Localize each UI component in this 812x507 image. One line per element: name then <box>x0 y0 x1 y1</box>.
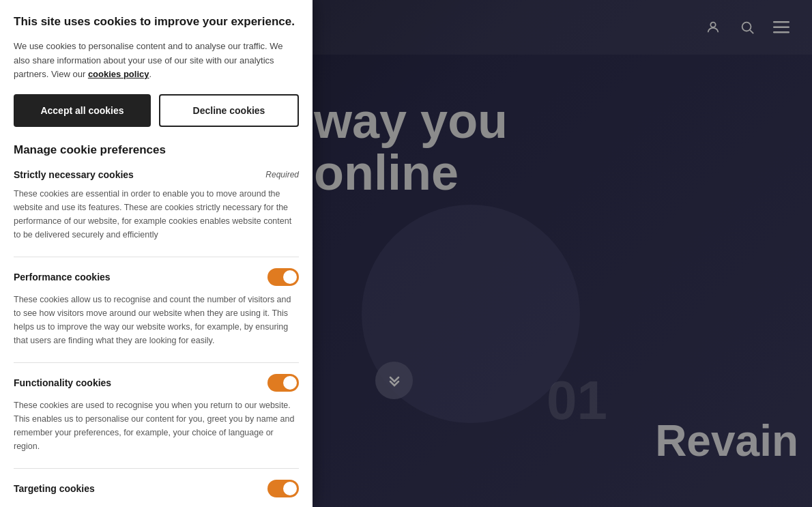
divider-3 <box>14 468 299 469</box>
performance-toggle-container <box>267 268 299 286</box>
cookie-action-buttons: Accept all cookies Decline cookies <box>14 94 299 127</box>
performance-toggle[interactable] <box>267 268 299 286</box>
cookie-section-strictly-necessary: Strictly necessary cookies Required Thes… <box>14 169 299 242</box>
targeting-title: Targeting cookies <box>14 483 95 494</box>
functionality-title: Functionality cookies <box>14 377 111 388</box>
functionality-description: These cookies are used to recognise you … <box>14 399 299 453</box>
cookie-section-performance: Performance cookies These cookies allow … <box>14 268 299 347</box>
divider-2 <box>14 362 299 363</box>
cookie-section-targeting: Targeting cookies These cookies record y… <box>14 480 299 507</box>
accept-all-cookies-button[interactable]: Accept all cookies <box>14 94 151 127</box>
functionality-header: Functionality cookies <box>14 374 299 392</box>
decline-cookies-button[interactable]: Decline cookies <box>159 94 299 127</box>
performance-header: Performance cookies <box>14 268 299 286</box>
cookie-intro-period: . <box>149 69 151 79</box>
divider-1 <box>14 257 299 257</box>
functionality-toggle[interactable] <box>267 374 299 392</box>
functionality-toggle-container <box>267 374 299 392</box>
performance-title: Performance cookies <box>14 272 111 283</box>
strictly-necessary-header: Strictly necessary cookies Required <box>14 169 299 180</box>
cookie-section-functionality: Functionality cookies These cookies are … <box>14 374 299 453</box>
cookie-intro-text: We use cookies to personalise content an… <box>14 40 299 82</box>
cookies-policy-link[interactable]: cookies policy <box>88 69 149 79</box>
targeting-header: Targeting cookies <box>14 480 299 497</box>
targeting-toggle-container <box>267 480 299 497</box>
manage-preferences-title: Manage cookie preferences <box>14 143 299 157</box>
strictly-necessary-description: These cookies are essential in order to … <box>14 187 299 242</box>
targeting-description: These cookies record your visit to our w… <box>14 504 299 507</box>
performance-description: These cookies allow us to recognise and … <box>14 293 299 347</box>
cookie-panel: This site uses cookies to improve your e… <box>0 0 313 507</box>
strictly-necessary-title: Strictly necessary cookies <box>14 169 134 180</box>
required-badge: Required <box>265 170 299 179</box>
cookie-intro-title: This site uses cookies to improve your e… <box>14 14 299 30</box>
targeting-toggle[interactable] <box>267 480 299 497</box>
